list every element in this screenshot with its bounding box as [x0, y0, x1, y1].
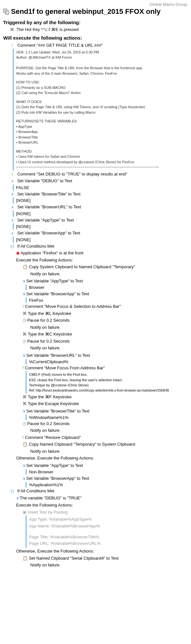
action-set-variable[interactable]: 𝑥 Set Variable "BrowserTitle" to Text — [0, 407, 191, 415]
clipboard-icon: 📋 — [23, 556, 28, 561]
action-pause[interactable]: ◷ Pause for 0.2 Seconds — [0, 317, 191, 324]
notify-failure: Notify on failure. — [0, 345, 191, 352]
action-label: Insert Text by Pasting — [28, 510, 68, 515]
action-set-variable[interactable]: 𝑥 Set Variable "AppType" to Text — [0, 277, 191, 285]
action-label: Comment "Restore Clipboard" — [25, 435, 81, 440]
action-set-variable[interactable]: 𝑥 Set Variable "BrowserURL" to Text — [0, 352, 191, 359]
execute-following: Execute the Following Actions: — [0, 257, 191, 264]
pause-icon: ◷ — [23, 339, 26, 344]
action-label: Set Variable "DEBUG" to Text — [17, 178, 72, 183]
action-comment[interactable]: ! Comment "Set DEBUG to "TRUE" to displa… — [0, 171, 191, 178]
macro-title-row: Send1f to general webinput_2015 FFOX onl… — [0, 7, 191, 18]
if-icon: {} — [10, 488, 15, 494]
action-set-clipboard[interactable]: 📋 Set Named Clipboard "Serial Clipboard4… — [0, 555, 191, 562]
comment-icon: ! — [23, 435, 24, 440]
variable-icon: 𝑥 — [23, 476, 25, 481]
action-comment[interactable]: ! Comment "Move Focus & Selection to Add… — [0, 303, 191, 310]
pause-icon: ◷ — [23, 421, 26, 426]
execute-following: Execute the Following Actions: — [0, 502, 191, 509]
action-set-variable[interactable]: 𝑥 Set Variable "BrowserApp" to Text — [0, 475, 191, 482]
notify-failure: Notify on failure. — [0, 270, 191, 278]
notify-failure: Notify on failure. — [0, 324, 191, 331]
action-label: Comment "Move Focus From Address Bar" — [25, 365, 105, 370]
action-keystroke[interactable]: ⌘ Type the ⌘F Keystroke — [0, 393, 191, 401]
clipboard-icon: 📋 — [23, 442, 28, 447]
action-copy-clipboard[interactable]: 📋 Copy Named Clipboard "Temporary" to Sy… — [0, 441, 191, 448]
action-pause[interactable]: ◷ Pause for 0.2 Seconds — [0, 338, 191, 345]
action-label: Pause for 0.2 Seconds — [27, 318, 70, 323]
variable-value: Non-Browser — [26, 469, 191, 475]
action-comment[interactable]: ! Comment "### GET PAGE TITLE & URL ###" — [0, 42, 191, 49]
variable-value: [NONE] — [13, 237, 191, 243]
notify-failure: Notify on failure. — [0, 427, 191, 434]
variable-icon: 𝑥 — [23, 291, 25, 296]
action-label: Set Variable "AppType" to Text — [26, 279, 83, 283]
action-copy-clipboard[interactable]: 📋 Copy System Clipboard to Named Clipboa… — [0, 263, 191, 270]
action-keystroke[interactable]: ⌘ Type the ⌘L Keystroke — [0, 310, 191, 317]
variable-icon: 𝑥 — [23, 409, 25, 413]
action-label: Pause for 0.2 Seconds — [27, 339, 70, 344]
action-label: Pause for 0.2 Seconds — [27, 421, 70, 426]
comment-icon: ! — [23, 365, 24, 370]
action-set-variable[interactable]: 𝑥 Set Variable "AppType" to Text — [0, 217, 191, 224]
action-label: Set Variable "AppType" to Text — [17, 218, 74, 223]
macro-title: Send1f to general webinput_2015 FFOX onl… — [11, 7, 161, 16]
paste-body: App Type: %Variable%AppType% App Name: %… — [26, 516, 191, 548]
variable-value: FireFox — [26, 298, 191, 303]
action-insert-text[interactable]: ▣ Insert Text by Pasting — [0, 509, 191, 516]
action-set-variable[interactable]: 𝑥 Set Variable "BrowserTitle" to Text — [0, 191, 191, 198]
execute-header: Will execute the following actions: — [0, 33, 191, 42]
clipboard-icon: 📋 — [23, 264, 28, 269]
action-label: Comment "Set DEBUG to "TRUE" to display … — [17, 172, 127, 176]
condition-text: Application "Firefox" is at the front — [21, 251, 83, 255]
action-pause[interactable]: ◷ Pause for 0.2 Seconds — [0, 420, 191, 427]
group-label: Global Macro Group — [0, 0, 191, 7]
action-label: Type the ⌘C Keystroke — [28, 332, 72, 336]
action-label: If All Conditions Met — [17, 488, 54, 493]
action-label: Set Variable "BrowserURL" to Text — [17, 204, 81, 209]
notify-failure: Notify on failure. — [0, 448, 191, 455]
variable-icon: 𝑥 — [10, 204, 15, 210]
action-label: Set Variable "BrowserURL" to Text — [26, 353, 90, 358]
action-comment[interactable]: ! Comment "Move Focus From Address Bar" — [0, 365, 191, 372]
variable-value: %WindowName%1% — [26, 415, 191, 420]
action-label: Set Variable "BrowserApp" to Text — [26, 476, 89, 481]
action-label: Set Named Clipboard "Serial Clipboard4" … — [29, 556, 119, 561]
action-set-variable[interactable]: 𝑥 Set Variable "DEBUG" to Text — [0, 177, 191, 185]
variable-value: [NONE] — [13, 223, 191, 230]
variable-icon: 𝑥 — [10, 217, 15, 223]
action-set-variable[interactable]: 𝑥 Set Variable "BrowserURL" to Text — [0, 204, 191, 211]
action-label: Type the ⌘F Keystroke — [28, 394, 72, 399]
variable-value: [NONE] — [13, 197, 191, 204]
comment-body: VER: 1.2 Last Update: Wed, Jul 29, 2015 … — [13, 49, 191, 171]
triggered-header: Triggered by any of the following: — [0, 18, 191, 26]
action-comment[interactable]: ! Comment "Restore Clipboard" — [0, 434, 191, 441]
if-condition: 𝑥 The variable "DEBUG" is "TRUE" — [0, 494, 191, 502]
keystroke-icon: ⌘ — [23, 401, 27, 406]
action-set-variable[interactable]: 𝑥 Set Variable "BrowserApp" to Text — [0, 290, 191, 298]
action-label: Set Variable "BrowserTitle" to Text — [17, 192, 81, 196]
action-label: Type the ⌘L Keystroke — [28, 311, 71, 316]
variable-value: %CurrentClipboard% — [26, 359, 191, 365]
action-keystroke[interactable]: ⌘ Type the ⌘C Keystroke — [0, 331, 191, 338]
action-label: Set Variable "BrowserTitle" to Text — [26, 409, 90, 413]
action-if[interactable]: {} If All Conditions Met — [0, 488, 191, 495]
variable-icon: 𝑥 — [10, 178, 15, 184]
action-set-variable[interactable]: 𝑥 Set Variable "BrowserApp" to Text — [0, 230, 191, 237]
action-label: Set Variable "AppType" to Text — [26, 463, 83, 468]
action-keystroke[interactable]: ⌘ Type the Escape Keystroke — [0, 400, 191, 407]
action-label: Copy Named Clipboard "Temporary" to Syst… — [29, 442, 135, 447]
action-set-variable[interactable]: 𝑥 Set Variable "AppType" to Text — [0, 462, 191, 469]
action-label: Set Variable "BrowserApp" to Text — [17, 231, 80, 235]
action-if[interactable]: {} If All Conditions Met — [0, 243, 191, 250]
variable-icon: 𝑥 — [10, 230, 15, 236]
pause-icon: ◷ — [23, 318, 26, 323]
if-icon: {} — [10, 243, 15, 249]
trigger-row: ⌘ The Hot Key ^⌥⇧⌘E is pressed — [0, 26, 191, 33]
notify-failure: Notify on failure. — [0, 562, 191, 569]
otherwise: Otherwise, Execute the Following Actions… — [0, 548, 191, 555]
keystroke-icon: ⌘ — [23, 311, 27, 316]
variable-icon: 𝑥 — [23, 279, 25, 283]
action-label: Copy System Clipboard to Named Clipboard… — [29, 264, 135, 269]
comment-icon: ! — [10, 43, 15, 48]
